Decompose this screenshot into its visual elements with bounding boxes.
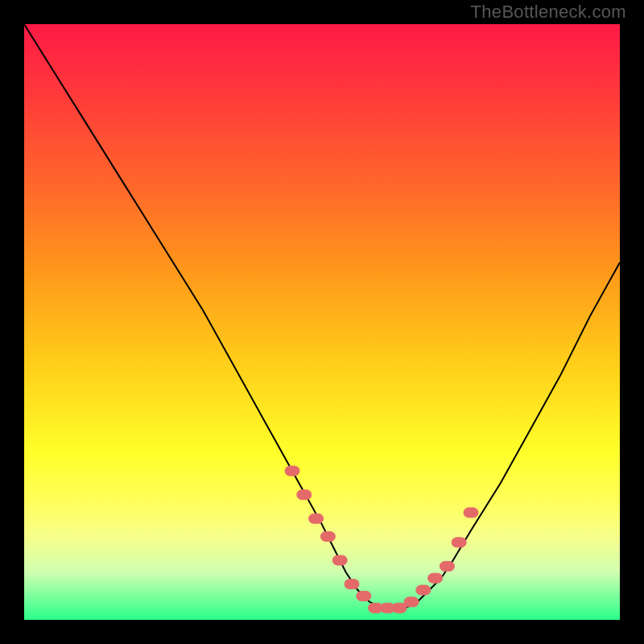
- marker-dot: [357, 591, 371, 601]
- chart-stage: TheBottleneck.com: [0, 0, 644, 644]
- marker-dot: [332, 555, 347, 565]
- marker-dot: [452, 538, 466, 547]
- marker-dot: [428, 573, 443, 583]
- marker-dot: [440, 561, 454, 571]
- marker-dot: [416, 585, 431, 595]
- marker-dot: [404, 597, 419, 607]
- watermark-text: TheBottleneck.com: [471, 2, 626, 23]
- marker-dot: [464, 508, 478, 518]
- plot-area: [24, 24, 620, 620]
- marker-group: [285, 466, 478, 613]
- marker-dot: [320, 531, 335, 541]
- chart-svg: [24, 24, 620, 620]
- marker-dot: [345, 580, 359, 589]
- marker-dot: [285, 466, 299, 476]
- marker-dot: [297, 490, 312, 500]
- marker-dot: [309, 514, 324, 523]
